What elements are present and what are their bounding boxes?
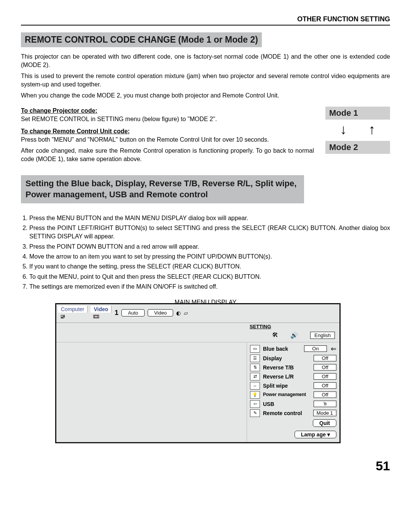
splitwipe-icon: ↔ [250, 382, 260, 390]
setting-label: Blue back [263, 346, 301, 352]
tab-computer[interactable]: Computer [58, 306, 88, 313]
setting-row-usb[interactable]: ⇦ USB 🖰 [250, 400, 336, 408]
step-item: Move the arrow to an item you want to se… [29, 252, 390, 261]
source-auto[interactable]: Auto [121, 309, 145, 316]
step-item: If you want to change the setting, press… [29, 262, 390, 271]
setting-value[interactable]: Off [314, 373, 336, 380]
dropdown-icon: ▾ [327, 431, 330, 438]
setting-value[interactable]: 🖰 [314, 401, 336, 407]
setting-label: Display [263, 355, 311, 361]
page-number: 51 [21, 459, 390, 473]
setting-row-remote[interactable]: ✎ Remote control Mode 1 [250, 409, 336, 417]
setting-label: USB [263, 401, 311, 407]
reverse-lr-icon: ⇄ [250, 373, 260, 380]
sound-icon[interactable]: 🔊 [290, 332, 298, 339]
lamp-age-label: Lamp age [301, 431, 326, 438]
display-icon: ☰ [250, 355, 260, 362]
sub-heading-projector-code: To change Projector code; [21, 107, 314, 114]
sub1-text: Set REMOTE CONTROL in SETTING menu (belo… [21, 115, 314, 123]
setting-row-reverse-lr[interactable]: ⇄ Reverse L/R Off [250, 373, 336, 380]
usb-icon: ⇦ [250, 400, 260, 408]
sub-heading-remote-code: To change Remote Control Unit code; [21, 128, 314, 135]
computer-icon: 🖳 [58, 313, 88, 320]
setting-row-display[interactable]: ☰ Display Off [250, 355, 336, 362]
osd-panel: Computer 🖳 Video 📼 1 Auto Video ◐ ▱ SETT… [55, 303, 341, 443]
setting-label: Split wipe [263, 383, 311, 389]
after-text: After code changed, make sure the Remote… [21, 147, 314, 163]
setting-value[interactable]: Off [314, 391, 336, 398]
arrow-up-icon: ↑ [369, 123, 376, 136]
language-value[interactable]: English [310, 332, 335, 339]
setting-row-power[interactable]: 💡 Power management Off [250, 391, 336, 399]
mode-diagram: Mode 1 ↓ ↑ Mode 2 [325, 107, 390, 154]
setting-value[interactable]: Off [314, 364, 336, 371]
section1-para3: When you change the code MODE 2, you mus… [21, 91, 390, 100]
header-rule [21, 25, 390, 26]
setting-label: Power management [263, 392, 311, 397]
remote-icon: ✎ [250, 409, 260, 417]
contrast-icon[interactable]: ◐ [176, 310, 181, 316]
setting-label: Reverse L/R [263, 374, 311, 380]
step-item: Press the POINT DOWN BUTTON and a red ar… [29, 243, 390, 251]
reverse-tb-icon: ⇅ [250, 364, 260, 371]
tab-video[interactable]: Video [91, 306, 112, 313]
setting-row-blueback[interactable]: ▭ Blue back On ⇐ [250, 345, 336, 353]
section-title-remote: REMOTE CONTROL CODE CHANGE (Mode 1 or Mo… [21, 32, 262, 47]
blueback-icon: ▭ [250, 345, 260, 353]
page-header-title: OTHER FUNCTION SETTING [21, 15, 390, 23]
setting-row-splitwipe[interactable]: ↔ Split wipe Off [250, 382, 336, 390]
setting-value[interactable]: Mode 1 [313, 410, 336, 416]
step-item: Press the MENU BUTTON and the MAIN MENU … [29, 214, 390, 222]
mode2-label: Mode 2 [325, 141, 390, 154]
setting-value[interactable]: Off [314, 382, 336, 389]
setting-label: Reverse T/B [263, 364, 311, 371]
sub2-text: Press both "MENU" and "NORMAL" button on… [21, 136, 314, 144]
setting-label: Remote control [263, 410, 310, 416]
mode1-label: Mode 1 [325, 107, 390, 120]
step-item: The settings are memorized even if the M… [29, 283, 390, 291]
power-icon: 💡 [250, 391, 260, 399]
setting-row-reverse-tb[interactable]: ⇅ Reverse T/B Off [250, 364, 336, 371]
section1-para2: This is used to prevent the remote contr… [21, 72, 390, 88]
step-item: Press the POINT LEFT/RIGHT BUTTON(s) to … [29, 224, 390, 241]
lamp-age-button[interactable]: Lamp age ▾ [295, 431, 336, 438]
video-icon: 📼 [91, 313, 112, 320]
step-item: To quit the MENU, point to Quit and then… [29, 273, 390, 281]
setting-value[interactable]: On [304, 345, 327, 352]
settings-list: ▭ Blue back On ⇐ ☰ Display Off ⇅ Reverse… [247, 342, 339, 442]
input-number: 1 [115, 309, 118, 317]
cursor-arrow-icon: ⇐ [331, 345, 336, 353]
quit-button[interactable]: Quit [313, 419, 336, 427]
setting-value[interactable]: Off [314, 355, 336, 361]
setting-panel-title: SETTING [247, 323, 339, 329]
arrow-down-icon: ↓ [340, 123, 347, 136]
screen-icon[interactable]: ▱ [184, 310, 188, 316]
section1-para1: This projector can be operated with two … [21, 53, 390, 69]
steps-list: Press the MENU BUTTON and the MAIN MENU … [21, 214, 390, 291]
setting-tool-icon[interactable]: 🛠 [272, 332, 278, 339]
section-title-setting: Setting the Blue back, Display, Reverse … [21, 175, 304, 203]
source-video[interactable]: Video [148, 309, 173, 316]
